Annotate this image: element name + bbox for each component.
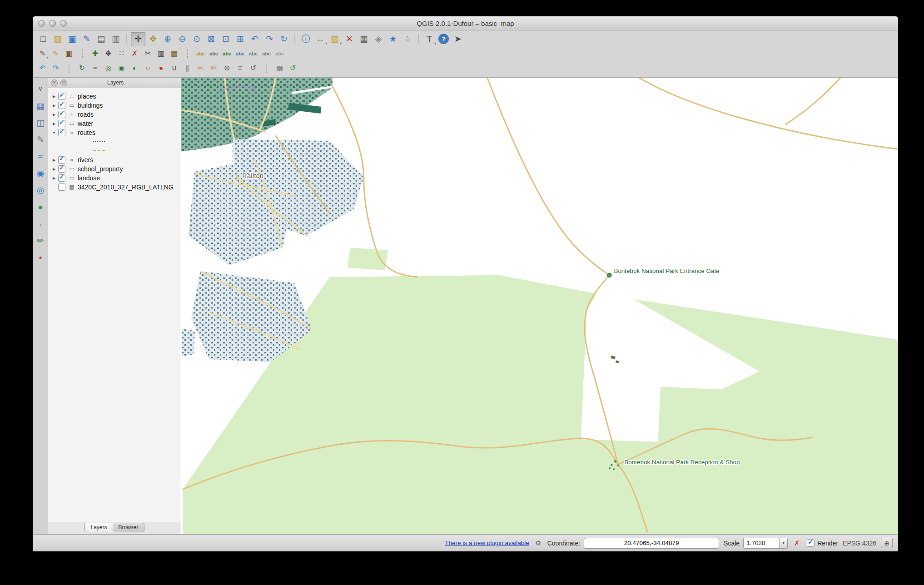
add-vector-layer-button[interactable]: V ▾ (34, 82, 47, 96)
expander-icon[interactable]: ▶ (51, 94, 57, 99)
crs-status-button[interactable]: ⊕ (881, 538, 893, 548)
toolbar-separator[interactable]: ▾ (181, 48, 194, 60)
merge-features-button[interactable]: ⊕ ▾ (221, 62, 233, 74)
stretch-histogram-button[interactable]: ▩ ▾ (273, 62, 286, 74)
toolbar-separator[interactable]: ▾ (260, 62, 273, 74)
layer-item-raster[interactable]: ✓ ▦ 3420C_2010_327_RGB_LATLNG (51, 183, 181, 192)
redo-button[interactable]: ↷ ▾ (50, 62, 62, 74)
measure-button[interactable]: ↔ ▾ (313, 32, 327, 46)
save-project-button[interactable]: ▣ ▾ (65, 32, 79, 46)
identify-features-button[interactable]: ⓘ ▾ (299, 32, 313, 46)
zoom-window-button[interactable] (60, 20, 67, 27)
add-spatialite-layer-button[interactable]: ✎ ▾ (34, 133, 47, 146)
toggle-labels-button[interactable]: abc ▾ (273, 48, 286, 60)
split-features-button[interactable]: ✂ ▾ (194, 62, 207, 74)
add-part-button[interactable]: ◉ ▾ (115, 62, 128, 74)
undo-button[interactable]: ↶ ▾ (36, 62, 49, 74)
layer-checkbox[interactable]: ✓ (58, 120, 65, 127)
copy-features-button[interactable]: ▥ ▾ (155, 48, 167, 60)
zoom-full-button[interactable]: ⊠ ▾ (204, 32, 218, 46)
zoom-in-button[interactable]: ⊕ ▾ (161, 32, 174, 46)
layer-checkbox[interactable]: ✓ (58, 165, 65, 173)
text-annotation-button[interactable]: T ▾ (422, 32, 436, 46)
attribute-table-button[interactable]: ▦ ▾ (357, 32, 371, 46)
close-window-button[interactable] (38, 20, 45, 27)
cut-features-button[interactable]: ✂ ▾ (142, 48, 154, 60)
titlebar[interactable]: QGIS 2.0.1-Dufour – basic_map (33, 16, 898, 30)
legend-item-routes-dotted[interactable]: ✓ (51, 137, 181, 146)
labeling-button[interactable]: abc ▾ (194, 48, 207, 60)
move-label-button[interactable]: abc ▾ (221, 48, 233, 60)
reshape-features-button[interactable]: ∪ ▾ (168, 62, 180, 74)
split-parts-button[interactable]: ✄ ▾ (208, 62, 220, 74)
new-print-composer-button[interactable]: ▤ ▾ (94, 32, 108, 46)
change-label-button[interactable]: abc ▾ (247, 48, 259, 60)
toolbar-separator[interactable]: ▾ (124, 32, 130, 46)
paste-features-button[interactable]: ▤ ▾ (168, 48, 180, 60)
layer-checkbox[interactable]: ✓ (58, 102, 65, 109)
scale-dropdown-arrow-icon[interactable]: ▾ (779, 538, 787, 548)
tab-layers[interactable]: Layers (84, 523, 113, 532)
layer-checkbox[interactable]: ✓ (58, 111, 65, 118)
add-raster-layer-button[interactable]: ▦ ▾ (34, 99, 47, 113)
new-shapefile-layer-button[interactable]: ✏ ▾ (34, 233, 47, 247)
coordinate-input[interactable]: 20.47065,-34.04879 (584, 538, 719, 549)
layer-item-rivers[interactable]: ▶ ✓ ≈ rivers (51, 155, 181, 164)
stop-rendering-icon[interactable]: ✗ (792, 539, 801, 548)
zoom-to-selection-button[interactable]: ⊡ ▾ (219, 32, 233, 46)
remove-layer-button[interactable]: ▪ ▾ (34, 250, 47, 264)
add-ring-button[interactable]: ◎ ▾ (102, 62, 114, 74)
layer-item-water[interactable]: ▶ ✓ ▭ water (51, 119, 181, 128)
save-project-as-button[interactable]: ✎ ▾ (80, 32, 94, 46)
whats-this-button[interactable]: ➤ ▾ (451, 32, 465, 46)
fill-ring-button[interactable]: ◐ ▾ (129, 62, 141, 74)
legend-item-routes-dashed[interactable]: ✓ (51, 146, 181, 155)
scale-select[interactable]: 1:7028 ▾ (743, 538, 788, 549)
expander-icon[interactable]: ▼ (51, 131, 57, 135)
layer-checkbox[interactable]: ✓ (58, 156, 65, 164)
layer-checkbox[interactable]: ✓ (58, 183, 65, 191)
toggle-editing-button[interactable]: ✎ ▾ (50, 48, 62, 60)
save-layer-edits-button[interactable]: ▣ ▾ (63, 48, 75, 60)
toolbar-separator[interactable]: ▾ (76, 48, 88, 60)
new-bookmark-button[interactable]: ★ ▾ (386, 32, 400, 46)
deselect-features-button[interactable]: ✕ ▾ (343, 32, 356, 46)
expander-icon[interactable]: ▶ (51, 167, 57, 171)
layer-checkbox[interactable]: ✓ (58, 93, 65, 100)
zoom-to-layer-button[interactable]: ⊞ ▾ (233, 32, 247, 46)
map-canvas[interactable]: Bontebok National Park Entrance Gate Bon… (181, 78, 898, 534)
layer-checkbox[interactable]: ✓ (58, 174, 65, 182)
layer-item-routes[interactable]: ▼ ✓ ≈ routes (51, 128, 181, 137)
plugin-icon[interactable]: ⚙ (534, 539, 543, 548)
select-features-button[interactable]: ▧ ▾ (328, 32, 342, 46)
current-edits-button[interactable]: ✎ ▾ (36, 48, 49, 60)
map-tips-button[interactable]: ◈ ▾ (372, 32, 385, 46)
offset-curve-button[interactable]: ∥ ▾ (181, 62, 194, 74)
expander-icon[interactable]: ▶ (51, 158, 57, 162)
move-feature-button[interactable]: ✥ ▾ (102, 48, 114, 60)
local-stretch-button[interactable]: ↺ ▾ (287, 62, 299, 74)
layer-item-school-property[interactable]: ▶ ✓ ▭ school_property (51, 164, 181, 174)
rotate-feature-button[interactable]: ↻ ▾ (76, 62, 88, 74)
toolbar-separator[interactable]: ▾ (63, 62, 75, 74)
delete-part-button[interactable]: ● ▾ (155, 62, 167, 74)
layer-item-buildings[interactable]: ▶ ✓ ▭ buildings (51, 101, 181, 110)
expander-icon[interactable]: ▶ (51, 104, 57, 108)
expander-icon[interactable]: ▶ (51, 122, 57, 126)
toolbar-separator[interactable]: ▾ (415, 32, 422, 46)
show-bookmarks-button[interactable]: ☆ ▾ (401, 32, 414, 46)
merge-attributes-button[interactable]: ≡ ▾ (234, 62, 246, 74)
zoom-native-button[interactable]: ⊙ ▾ (190, 32, 204, 46)
delete-selected-button[interactable]: ✗ ▾ (129, 48, 141, 60)
tab-browser[interactable]: Browser (113, 523, 144, 532)
plugin-available-link[interactable]: There is a new plugin available (445, 540, 529, 546)
float-panel-icon[interactable]: ◻ (60, 79, 67, 86)
render-checkbox[interactable]: ✓ (807, 539, 815, 547)
close-panel-icon[interactable]: ✕ (51, 79, 58, 86)
zoom-last-button[interactable]: ↶ ▾ (248, 32, 262, 46)
add-oracle-layer-button[interactable]: ≈ ▾ (34, 149, 47, 163)
zoom-next-button[interactable]: ↷ ▾ (263, 32, 276, 46)
layer-item-roads[interactable]: ▶ ✓ ≈ roads (51, 110, 181, 119)
layer-checkbox[interactable]: ✓ (58, 129, 65, 136)
help-button[interactable]: ? ▾ (438, 34, 449, 44)
